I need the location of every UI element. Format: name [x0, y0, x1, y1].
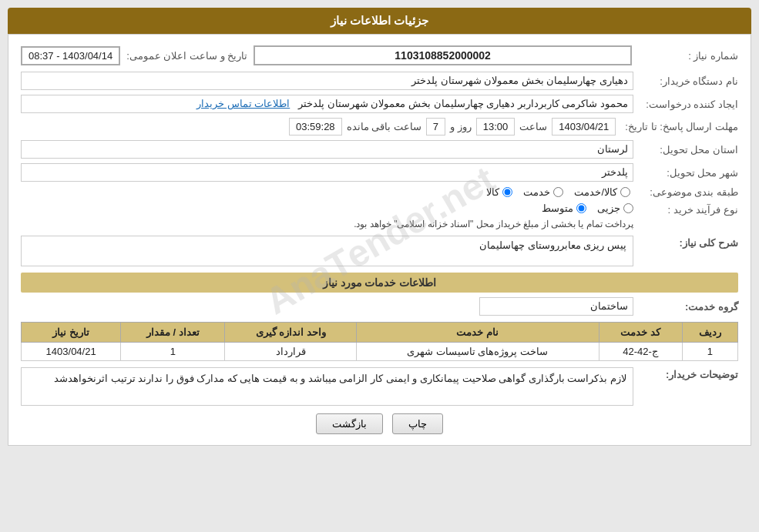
col-service-name: نام خدمت	[356, 323, 599, 343]
response-remaining-label: ساعت باقی مانده	[347, 121, 421, 132]
col-unit: واحد اندازه گیری	[225, 323, 356, 343]
col-date: تاریخ نیاز	[22, 323, 121, 343]
creator-value: محمود شاکرمی کاربرداربر دهیاری چهارسلیما…	[21, 95, 633, 113]
response-deadline-inner: 1403/04/21 ساعت 13:00 روز و 7 ساعت باقی …	[21, 118, 616, 136]
back-button[interactable]: بازگشت	[316, 413, 383, 434]
buyer-notes-value: لازم بذکراست بارگذاری گواهی صلاحیت پیمان…	[21, 367, 633, 406]
cell-row-num: 1	[682, 343, 737, 361]
creator-text: محمود شاکرمی کاربرداربر دهیاری چهارسلیما…	[298, 98, 628, 109]
need-number-value: 1103108852000002	[254, 45, 632, 65]
response-time-label: ساعت	[519, 121, 547, 132]
need-number-label: شماره نیاز :	[638, 50, 738, 62]
city-value: پلدختر	[21, 163, 633, 182]
radio-service-label: خدمت	[523, 186, 550, 198]
cell-quantity: 1	[121, 343, 225, 361]
response-date: 1403/04/21	[552, 118, 616, 136]
date-label: تاریخ و ساعت اعلان عمومی:	[126, 50, 247, 62]
purchase-desc: پرداخت تمام یا بخشی از مبلغ خریداز محل "…	[21, 217, 633, 231]
buyer-name-row: نام دستگاه خریدار: دهیاری چهارسلیمان بخش…	[21, 72, 738, 90]
category-row: طبقه بندی موضوعی: کالا/خدمت خدمت کالا	[21, 186, 738, 198]
city-label: شهر محل تحویل:	[638, 167, 738, 179]
category-radio-group: کالا/خدمت خدمت کالا	[486, 186, 630, 198]
radio-medium-label: متوسط	[542, 202, 573, 214]
purchase-type-row: نوع فرآیند خرید : جزیی متوسط پرداخت تمام…	[21, 202, 738, 231]
creator-link[interactable]: اطلاعات تماس خریدار	[196, 98, 290, 109]
province-value: لرستان	[21, 140, 633, 159]
response-time: 13:00	[476, 118, 516, 136]
radio-partial-input[interactable]	[623, 203, 633, 213]
col-quantity: تعداد / مقدار	[121, 323, 225, 343]
cell-service-code: ج-42-42	[599, 343, 682, 361]
radio-goods-label: کالا	[486, 186, 499, 198]
response-days: 7	[426, 118, 445, 136]
cell-date: 1403/04/21	[22, 343, 121, 361]
response-remaining: 03:59:28	[289, 118, 342, 136]
needs-desc-label: شرح کلی نیاز:	[638, 236, 738, 249]
purchase-content: جزیی متوسط پرداخت تمام یا بخشی از مبلغ خ…	[21, 202, 633, 231]
needs-desc-value: پیس ریزی معابرروستای چهاسلیمان	[21, 236, 633, 266]
response-deadline-label: مهلت ارسال پاسخ: تا تاریخ:	[622, 121, 738, 132]
col-row-num: ردیف	[682, 323, 737, 343]
cell-service-name: ساخت پروژه‌های تاسیسات شهری	[356, 343, 599, 361]
radio-medium-input[interactable]	[576, 203, 586, 213]
date-value: 1403/04/14 - 08:37	[21, 46, 120, 65]
needs-desc-section: شرح کلی نیاز: پیس ریزی معابرروستای چهاسل…	[21, 236, 738, 266]
table-body: 1 ج-42-42 ساخت پروژه‌های تاسیسات شهری قر…	[22, 343, 738, 361]
buyer-name-value: دهیاری چهارسلیمان بخش معمولان شهرستان پل…	[21, 72, 633, 90]
section-header: جزئیات اطلاعات نیاز	[8, 8, 751, 34]
table-row: 1 ج-42-42 ساخت پروژه‌های تاسیسات شهری قر…	[22, 343, 738, 361]
main-card: AnaТender.net شماره نیاز : 1103108852000…	[8, 34, 751, 446]
page-wrapper: جزئیات اطلاعات نیاز AnaТender.net شماره …	[0, 0, 759, 453]
radio-service-goods-input[interactable]	[620, 187, 630, 197]
radio-service: خدمت	[523, 186, 563, 198]
services-sub-header: اطلاعات خدمات مورد نیاز	[21, 273, 738, 293]
needs-table: ردیف کد خدمت نام خدمت واحد اندازه گیری ت…	[21, 322, 738, 361]
city-row: شهر محل تحویل: پلدختر	[21, 163, 738, 182]
buyer-notes-label: توضیحات خریدار:	[638, 367, 738, 380]
radio-service-goods: کالا/خدمت	[574, 186, 630, 198]
category-label: طبقه بندی موضوعی:	[638, 186, 738, 198]
service-group-label: گروه خدمت:	[638, 301, 738, 313]
table-header-row: ردیف کد خدمت نام خدمت واحد اندازه گیری ت…	[22, 323, 738, 343]
radio-service-goods-label: کالا/خدمت	[574, 186, 617, 198]
cell-unit: قرارداد	[225, 343, 356, 361]
print-button[interactable]: چاپ	[392, 413, 443, 434]
creator-label: ایجاد کننده درخواست:	[638, 99, 738, 110]
service-group-value: ساختمان	[479, 297, 633, 316]
radio-service-input[interactable]	[553, 187, 563, 197]
service-group-row: گروه خدمت: ساختمان	[21, 297, 738, 316]
creator-row: ایجاد کننده درخواست: محمود شاکرمی کاربرد…	[21, 95, 738, 113]
response-deadline-row: مهلت ارسال پاسخ: تا تاریخ: 1403/04/21 سا…	[21, 118, 738, 136]
radio-goods: کالا	[486, 186, 512, 198]
province-row: استان محل تحویل: لرستان	[21, 140, 738, 159]
purchase-radios: جزیی متوسط	[21, 202, 633, 214]
radio-medium: متوسط	[542, 202, 586, 214]
buyer-name-label: نام دستگاه خریدار:	[638, 75, 738, 87]
buyer-notes-row: توضیحات خریدار: لازم بذکراست بارگذاری گو…	[21, 367, 738, 406]
radio-partial-label: جزیی	[597, 202, 620, 214]
col-service-code: کد خدمت	[599, 323, 682, 343]
radio-goods-input[interactable]	[502, 187, 512, 197]
purchase-type-label: نوع فرآیند خرید :	[638, 202, 738, 216]
radio-partial: جزیی	[597, 202, 633, 214]
buttons-row: چاپ بازگشت	[21, 413, 738, 434]
response-days-label: روز و	[450, 121, 472, 132]
need-number-row: شماره نیاز : 1103108852000002 تاریخ و سا…	[21, 45, 738, 65]
province-label: استان محل تحویل:	[638, 144, 738, 156]
